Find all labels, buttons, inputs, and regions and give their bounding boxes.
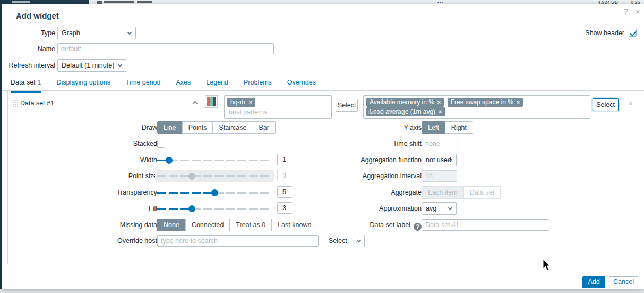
fill-label: Fill — [149, 202, 157, 215]
refresh-interval-label: Refresh interval — [8, 59, 55, 72]
screen: ... 4.924 GB 0.26 Add widget ? × Type Gr… — [0, 0, 644, 293]
background-page-bottom — [0, 289, 644, 293]
width-label: Width — [140, 154, 157, 166]
color-swatch[interactable] — [205, 95, 218, 108]
fill-value[interactable]: 3 — [277, 202, 291, 214]
missing-data-option-treat-as-0[interactable]: Treat as 0 — [229, 219, 272, 231]
remove-tag-icon[interactable]: × — [249, 98, 252, 107]
missing-data-option-last-known[interactable]: Last known — [271, 219, 317, 231]
width-value[interactable]: 1 — [277, 154, 291, 165]
chevron-down-icon — [448, 206, 452, 210]
background-text-fragment — [137, 1, 152, 3]
stacked-checkbox[interactable] — [157, 140, 165, 148]
tab-badge: 1 — [38, 79, 41, 86]
help-icon[interactable]: ? — [624, 7, 628, 15]
item-select-button[interactable]: Select — [593, 98, 619, 111]
aggregate-option-data-set: Data set — [463, 186, 501, 199]
tab-overrides[interactable]: Overrides — [287, 77, 316, 93]
host-patterns-field[interactable]: hq-rtr× host patterns — [224, 95, 332, 119]
slider-track — [157, 160, 272, 161]
transparency-slider[interactable] — [157, 188, 272, 197]
chevron-down-icon — [357, 238, 361, 242]
missing-data-option-connected[interactable]: Connected — [185, 219, 230, 231]
transparency-label: Transparency — [117, 186, 157, 199]
remove-tag-icon[interactable]: × — [437, 98, 441, 107]
host-select-button[interactable]: Select — [336, 99, 358, 112]
yaxis-option-right[interactable]: Right — [445, 121, 473, 134]
collapse-data-set-button[interactable] — [193, 101, 199, 106]
tab-displaying-options[interactable]: Displaying options — [57, 77, 110, 93]
slider-thumb[interactable] — [211, 189, 218, 196]
time-shift-label: Time shift — [393, 137, 422, 150]
aggregation-interval-input — [422, 170, 457, 182]
background-text-fragment — [97, 1, 102, 4]
fill-slider[interactable] — [157, 204, 272, 213]
add-button[interactable]: Add — [582, 276, 605, 288]
stacked-label: Stacked — [133, 137, 157, 150]
point-size-value: 3 — [277, 170, 291, 181]
dialog-tabs: Data set1 Displaying options Time period… — [2, 77, 644, 91]
slider-fill — [157, 192, 214, 194]
draw-option-points[interactable]: Points — [182, 121, 213, 134]
chevron-up-icon — [193, 101, 198, 106]
item-patterns-placeholder: item patterns — [368, 108, 406, 116]
override-host-input[interactable] — [157, 235, 319, 247]
override-host-select-dropdown[interactable] — [353, 235, 365, 247]
background-gridline-fragment — [446, 3, 589, 3]
override-host-select-combo: Select — [323, 235, 365, 247]
aggregation-function-label: Aggregation function — [360, 154, 422, 166]
chevron-down-icon — [127, 30, 132, 35]
missing-data-label: Missing data — [120, 219, 157, 231]
data-set-label-input[interactable] — [422, 219, 549, 231]
ellipsis-icon: ... — [437, 0, 443, 4]
aggregate-label: Aggregate — [391, 186, 422, 199]
yaxis-segmented: Left Right — [422, 121, 473, 134]
item-patterns-field[interactable]: Available memory in %× Free swap space i… — [363, 95, 590, 119]
missing-data-segmented: None Connected Treat as 0 Last known — [157, 219, 317, 231]
name-label: Name — [38, 43, 55, 55]
draw-option-bar[interactable]: Bar — [253, 121, 276, 134]
remove-data-set-icon[interactable]: × — [629, 99, 633, 107]
width-slider[interactable] — [157, 156, 272, 164]
tab-time-period[interactable]: Time period — [126, 77, 161, 93]
approximation-value: avg — [426, 205, 436, 212]
background-text-fragment — [104, 1, 134, 3]
data-set-panel: Data set #1 hq-rtr× host patterns Select… — [7, 91, 640, 264]
draw-segmented: Line Points Staircase Bar — [157, 121, 276, 134]
override-host-select-button[interactable]: Select — [323, 235, 353, 247]
name-input[interactable] — [57, 43, 274, 54]
yaxis-label: Y-axis — [403, 121, 422, 134]
remove-tag-icon[interactable]: × — [439, 107, 442, 116]
slider-thumb[interactable] — [166, 157, 173, 164]
tab-axes[interactable]: Axes — [176, 77, 191, 93]
slider-fill — [157, 208, 192, 210]
time-shift-input[interactable] — [422, 138, 457, 149]
missing-data-option-none[interactable]: None — [157, 219, 186, 231]
host-tag: hq-rtr× — [227, 98, 255, 107]
aggregate-segmented: Each item Data set — [422, 186, 501, 199]
approximation-select[interactable]: avg — [422, 202, 457, 215]
help-circle-icon[interactable]: ? — [414, 223, 422, 231]
slider-thumb[interactable] — [188, 205, 195, 212]
remove-tag-icon[interactable]: × — [517, 98, 520, 107]
close-icon[interactable]: × — [636, 7, 640, 16]
point-size-label: Point size — [128, 170, 157, 182]
type-label: Type — [41, 27, 55, 39]
yaxis-option-left[interactable]: Left — [422, 121, 445, 134]
show-header-checkbox[interactable] — [629, 29, 637, 37]
override-host-label: Override host — [117, 235, 157, 247]
draw-option-staircase[interactable]: Staircase — [212, 121, 253, 134]
aggregation-function-select[interactable]: not used — [422, 154, 457, 166]
chevron-down-icon — [118, 63, 122, 67]
refresh-interval-select[interactable]: Default (1 minute) — [57, 59, 126, 72]
tab-legend[interactable]: Legend — [206, 77, 228, 93]
tab-problems[interactable]: Problems — [244, 77, 272, 93]
refresh-interval-value: Default (1 minute) — [62, 62, 114, 69]
show-header-label: Show header — [585, 27, 624, 39]
tab-data-set[interactable]: Data set1 — [11, 77, 41, 93]
drag-handle-icon[interactable] — [12, 99, 18, 107]
draw-option-line[interactable]: Line — [157, 121, 183, 134]
transparency-value[interactable]: 5 — [277, 186, 291, 198]
type-select[interactable]: Graph — [57, 27, 136, 39]
cancel-button[interactable]: Cancel — [609, 276, 638, 288]
